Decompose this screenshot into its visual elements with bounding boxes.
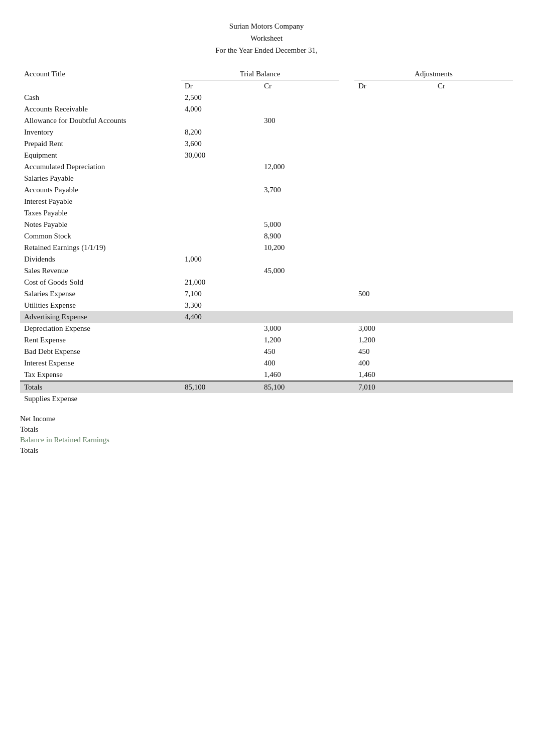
adj-cr-value bbox=[434, 311, 513, 323]
trial-cr-value: 8,900 bbox=[260, 230, 339, 242]
account-name: Accounts Receivable bbox=[20, 103, 181, 115]
account-name: Accumulated Depreciation bbox=[20, 161, 181, 173]
account-name: Retained Earnings (1/1/19) bbox=[20, 242, 181, 254]
trial-dr-value bbox=[181, 334, 260, 346]
trial-dr-value bbox=[181, 346, 260, 357]
adj-dr-value bbox=[354, 230, 434, 242]
trial-dr-value bbox=[181, 393, 260, 405]
account-name: Tax Expense bbox=[20, 369, 181, 381]
adj-dr-value bbox=[354, 219, 434, 230]
table-row: Cost of Goods Sold21,000 bbox=[20, 277, 513, 288]
table-row: Prepaid Rent3,600 bbox=[20, 138, 513, 150]
trial-dr-value bbox=[181, 219, 260, 230]
adj-dr-value bbox=[354, 277, 434, 288]
adj-cr-value bbox=[434, 92, 513, 103]
adj-dr-value bbox=[354, 92, 434, 103]
adj-cr-label: Cr bbox=[434, 80, 513, 92]
trial-cr-value bbox=[260, 92, 339, 103]
trial-dr-value: 8,200 bbox=[181, 127, 260, 138]
adj-cr-value bbox=[434, 127, 513, 138]
account-name: Allowance for Doubtful Accounts bbox=[20, 115, 181, 127]
adj-dr-value: 400 bbox=[354, 357, 434, 369]
trial-dr-value bbox=[181, 196, 260, 207]
trial-dr-value bbox=[181, 207, 260, 219]
account-name: Depreciation Expense bbox=[20, 323, 181, 334]
table-row: Retained Earnings (1/1/19)10,200 bbox=[20, 242, 513, 254]
account-name: Salaries Expense bbox=[20, 288, 181, 300]
account-name: Equipment bbox=[20, 150, 181, 161]
trial-cr-value: 85,100 bbox=[260, 381, 339, 393]
account-name: Advertising Expense bbox=[20, 311, 181, 323]
trial-dr-value: 4,400 bbox=[181, 311, 260, 323]
trial-cr-value bbox=[260, 127, 339, 138]
trial-dr-value: 1,000 bbox=[181, 254, 260, 265]
trial-cr-value bbox=[260, 207, 339, 219]
account-name: Interest Payable bbox=[20, 196, 181, 207]
trial-cr-value: 10,200 bbox=[260, 242, 339, 254]
trial-dr-value: 21,000 bbox=[181, 277, 260, 288]
table-row: Equipment30,000 bbox=[20, 150, 513, 161]
account-name: Bad Debt Expense bbox=[20, 346, 181, 357]
trial-cr-value bbox=[260, 196, 339, 207]
account-name: Dividends bbox=[20, 254, 181, 265]
account-name: Cash bbox=[20, 92, 181, 103]
account-name: Totals bbox=[20, 381, 181, 393]
trial-cr-value: 450 bbox=[260, 346, 339, 357]
account-name: Utilities Expense bbox=[20, 300, 181, 311]
trial-dr-value bbox=[181, 184, 260, 196]
adj-dr-value bbox=[354, 300, 434, 311]
adj-dr-value bbox=[354, 254, 434, 265]
trial-dr-value bbox=[181, 230, 260, 242]
adj-dr-value bbox=[354, 393, 434, 405]
adj-cr-value bbox=[434, 300, 513, 311]
adj-dr-value bbox=[354, 103, 434, 115]
adj-cr-value bbox=[434, 254, 513, 265]
table-row: Utilities Expense3,300 bbox=[20, 300, 513, 311]
adj-cr-value bbox=[434, 323, 513, 334]
trial-dr-value: 2,500 bbox=[181, 92, 260, 103]
trial-dr-value bbox=[181, 161, 260, 173]
subheader-row: Dr Cr Dr Cr bbox=[20, 80, 513, 92]
adj-cr-value bbox=[434, 288, 513, 300]
trial-cr-value bbox=[260, 138, 339, 150]
trial-cr-value: 5,000 bbox=[260, 219, 339, 230]
bottom-item: Net Income bbox=[20, 415, 513, 423]
worksheet-title: Worksheet bbox=[20, 32, 513, 44]
account-name: Interest Expense bbox=[20, 357, 181, 369]
trial-cr-value: 3,000 bbox=[260, 323, 339, 334]
adj-dr-value bbox=[354, 184, 434, 196]
adj-cr-value bbox=[434, 138, 513, 150]
adj-cr-value bbox=[434, 173, 513, 184]
table-row: Accounts Payable3,700 bbox=[20, 184, 513, 196]
adj-dr-value: 450 bbox=[354, 346, 434, 357]
trial-dr-value: 3,600 bbox=[181, 138, 260, 150]
column-header-row: Account Title Trial Balance Adjustments bbox=[20, 68, 513, 80]
table-row: Inventory8,200 bbox=[20, 127, 513, 138]
adj-cr-value bbox=[434, 161, 513, 173]
adj-cr-value bbox=[434, 219, 513, 230]
table-row: Accounts Receivable4,000 bbox=[20, 103, 513, 115]
trial-cr-value bbox=[260, 277, 339, 288]
adj-cr-value bbox=[434, 357, 513, 369]
adj-dr-value bbox=[354, 196, 434, 207]
adj-cr-value bbox=[434, 334, 513, 346]
account-title-header: Account Title bbox=[20, 68, 181, 80]
trial-dr-value: 4,000 bbox=[181, 103, 260, 115]
table-row: Salaries Payable bbox=[20, 173, 513, 184]
trial-dr-value bbox=[181, 242, 260, 254]
table-row: Totals85,10085,1007,010 bbox=[20, 381, 513, 393]
adj-cr-value bbox=[434, 346, 513, 357]
adj-cr-value bbox=[434, 207, 513, 219]
adj-dr-value bbox=[354, 242, 434, 254]
trial-cr-value bbox=[260, 393, 339, 405]
adj-cr-value bbox=[434, 150, 513, 161]
adj-cr-value bbox=[434, 184, 513, 196]
table-row: Accumulated Depreciation12,000 bbox=[20, 161, 513, 173]
account-name: Sales Revenue bbox=[20, 265, 181, 277]
trial-cr-label: Cr bbox=[260, 80, 339, 92]
adj-cr-value bbox=[434, 196, 513, 207]
trial-cr-value bbox=[260, 173, 339, 184]
table-row: Salaries Expense7,100500 bbox=[20, 288, 513, 300]
trial-dr-value bbox=[181, 173, 260, 184]
account-name: Common Stock bbox=[20, 230, 181, 242]
